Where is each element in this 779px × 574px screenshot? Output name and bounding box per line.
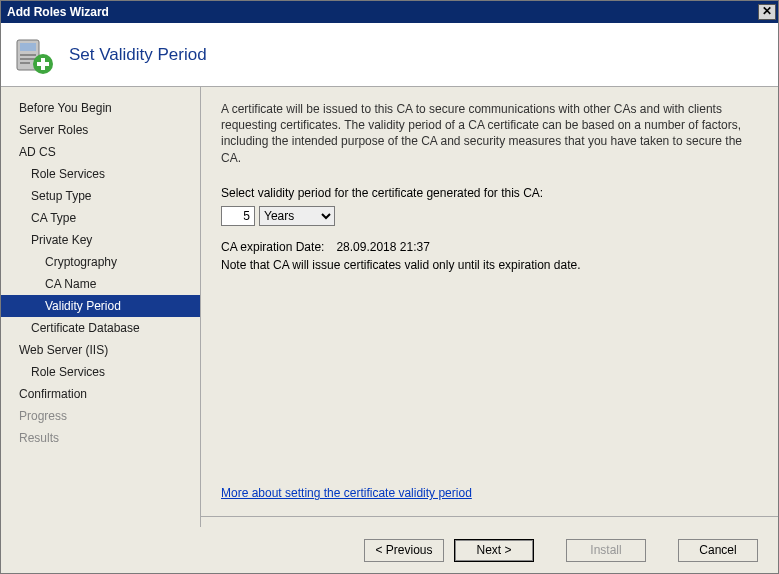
- content-pane: A certificate will be issued to this CA …: [201, 87, 778, 527]
- footer: < Previous Next > Install Cancel: [1, 527, 778, 573]
- nav-item-cryptography[interactable]: Cryptography: [1, 251, 200, 273]
- nav-item-ad-cs[interactable]: AD CS: [1, 141, 200, 163]
- close-button[interactable]: ✕: [758, 4, 776, 20]
- validity-value-input[interactable]: [221, 206, 255, 226]
- nav-item-confirmation[interactable]: Confirmation: [1, 383, 200, 405]
- nav-item-server-roles[interactable]: Server Roles: [1, 119, 200, 141]
- sidebar: Before You BeginServer RolesAD CSRole Se…: [1, 87, 201, 527]
- nav-item-role-services[interactable]: Role Services: [1, 163, 200, 185]
- validity-unit-select[interactable]: Years: [259, 206, 335, 226]
- expiration-label: CA expiration Date:: [221, 240, 324, 254]
- nav-item-progress[interactable]: Progress: [1, 405, 200, 427]
- nav-item-ca-name[interactable]: CA Name: [1, 273, 200, 295]
- install-button: Install: [566, 539, 646, 562]
- page-title: Set Validity Period: [69, 45, 207, 65]
- more-info-link[interactable]: More about setting the certificate valid…: [221, 486, 472, 500]
- expiration-value: 28.09.2018 21:37: [336, 240, 429, 254]
- description-text: A certificate will be issued to this CA …: [221, 101, 758, 166]
- header: Set Validity Period: [1, 23, 778, 87]
- svg-rect-2: [20, 54, 36, 56]
- titlebar: Add Roles Wizard ✕: [1, 1, 778, 23]
- nav-item-validity-period[interactable]: Validity Period: [1, 295, 200, 317]
- expiration-row: CA expiration Date: 28.09.2018 21:37: [221, 240, 758, 254]
- svg-rect-3: [20, 58, 36, 60]
- validity-period-row: Years: [221, 206, 758, 226]
- select-validity-label: Select validity period for the certifica…: [221, 186, 758, 200]
- expiration-note: Note that CA will issue certificates val…: [221, 258, 758, 272]
- content-separator: [201, 516, 778, 517]
- nav-item-ca-type[interactable]: CA Type: [1, 207, 200, 229]
- next-button[interactable]: Next >: [454, 539, 534, 562]
- nav-item-certificate-database[interactable]: Certificate Database: [1, 317, 200, 339]
- svg-rect-7: [37, 62, 49, 66]
- cancel-button[interactable]: Cancel: [678, 539, 758, 562]
- wizard-icon: [13, 34, 55, 76]
- nav-item-private-key[interactable]: Private Key: [1, 229, 200, 251]
- nav-item-results[interactable]: Results: [1, 427, 200, 449]
- previous-button[interactable]: < Previous: [364, 539, 444, 562]
- nav-item-web-server-iis-[interactable]: Web Server (IIS): [1, 339, 200, 361]
- svg-rect-1: [20, 43, 36, 51]
- nav-item-setup-type[interactable]: Setup Type: [1, 185, 200, 207]
- window-title: Add Roles Wizard: [7, 5, 109, 19]
- body: Before You BeginServer RolesAD CSRole Se…: [1, 87, 778, 527]
- nav-item-role-services[interactable]: Role Services: [1, 361, 200, 383]
- svg-rect-4: [20, 62, 30, 64]
- nav-item-before-you-begin[interactable]: Before You Begin: [1, 97, 200, 119]
